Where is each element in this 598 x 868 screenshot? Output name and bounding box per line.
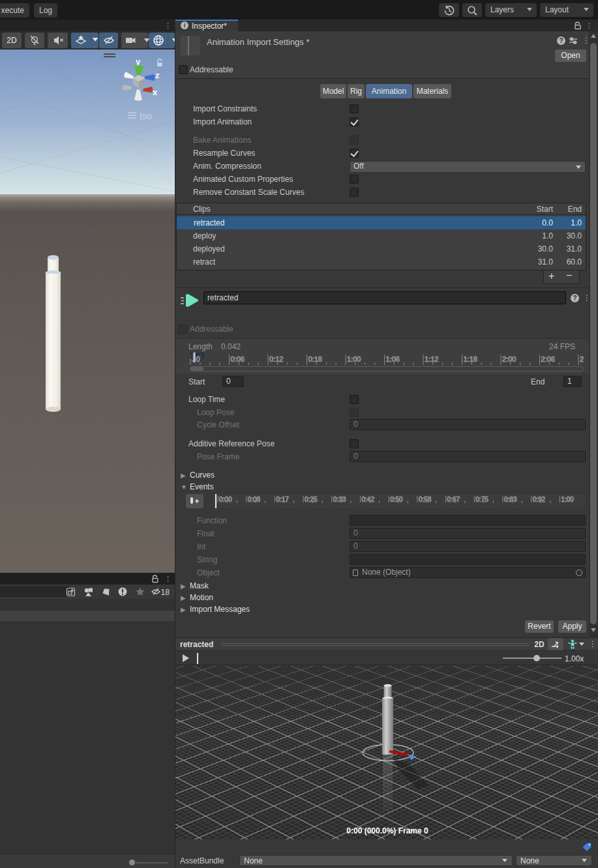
svg-text:0:92: 0:92 [533, 496, 546, 503]
svg-text:0:42: 0:42 [362, 496, 375, 503]
svg-text:0:50: 0:50 [390, 496, 403, 503]
svg-text:1:18: 1:18 [464, 355, 477, 363]
svg-text:0:00 (000.0%) Frame 0: 0:00 (000.0%) Frame 0 [346, 826, 428, 835]
svg-text:z: z [155, 70, 160, 80]
svg-text:2:06: 2:06 [541, 355, 555, 363]
svg-text:0: 0 [196, 355, 200, 363]
svg-text:2: 2 [580, 355, 584, 363]
svg-text:Iso: Iso [140, 111, 152, 121]
svg-text:2:00: 2:00 [502, 355, 516, 363]
svg-text:1:06: 1:06 [386, 355, 400, 363]
svg-text:0:33: 0:33 [333, 496, 346, 503]
svg-text:0:08: 0:08 [248, 496, 261, 503]
svg-text:y: y [136, 57, 141, 66]
svg-text:0:12: 0:12 [269, 355, 283, 363]
svg-text:0:06: 0:06 [231, 355, 245, 363]
svg-text:18: 18 [161, 588, 170, 597]
svg-text:0:25: 0:25 [305, 496, 318, 503]
svg-text:1:00: 1:00 [561, 496, 574, 503]
svg-text:0:83: 0:83 [504, 496, 517, 503]
svg-text:0:00: 0:00 [219, 496, 232, 503]
svg-text:0:75: 0:75 [475, 496, 488, 503]
svg-text:x: x [153, 87, 158, 97]
svg-text:0:18: 0:18 [308, 355, 322, 363]
svg-text:0:67: 0:67 [447, 496, 460, 503]
svg-text:0:17: 0:17 [276, 496, 289, 503]
svg-text:1:12: 1:12 [425, 355, 438, 363]
svg-text:0:58: 0:58 [419, 496, 432, 503]
svg-text:1:00: 1:00 [347, 355, 361, 363]
